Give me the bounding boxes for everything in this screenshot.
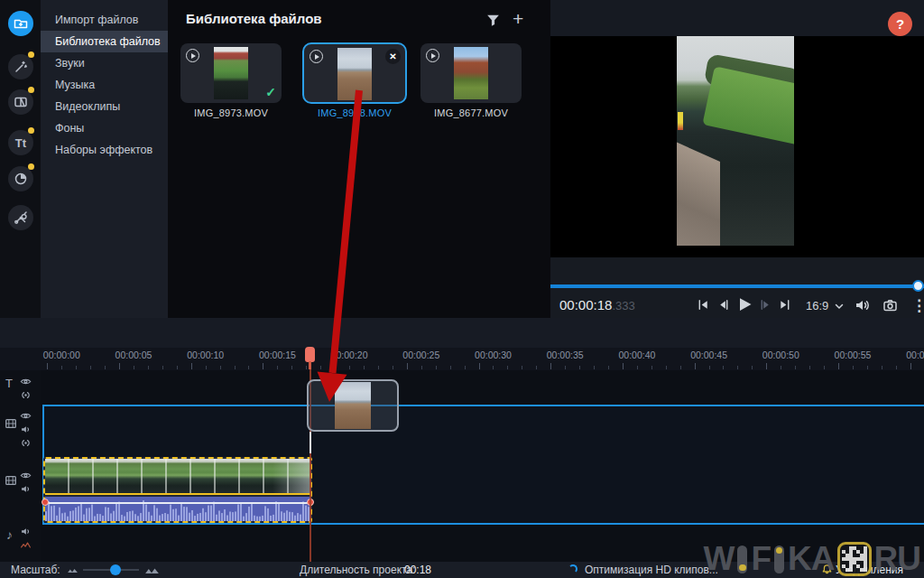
timeline-toolbar: ↶ ↷ ✂ ◑ ⚑ Сохранить bbox=[0, 318, 924, 348]
volume-keyframe-line[interactable] bbox=[45, 502, 310, 504]
mute-track-icon[interactable] bbox=[20, 526, 32, 537]
ruler-label: 00:00:40 bbox=[618, 350, 655, 360]
library-title: Библиотека файлов bbox=[186, 11, 322, 26]
seek-bar[interactable] bbox=[550, 284, 924, 288]
ruler-tick bbox=[680, 366, 681, 369]
ruler-label: 00:00:15 bbox=[259, 350, 296, 360]
library-menu: Импорт файлов Библиотека файлов Звуки Му… bbox=[41, 0, 168, 318]
library-file-card-selected[interactable]: ✕ bbox=[302, 42, 407, 104]
ruler-tick bbox=[479, 363, 480, 369]
more-options-icon[interactable]: ⋮ bbox=[911, 296, 924, 315]
seek-knob[interactable] bbox=[912, 280, 924, 292]
play-preview-icon[interactable] bbox=[426, 49, 439, 62]
ruler-tick bbox=[565, 366, 566, 369]
sidebar-item-filters[interactable] bbox=[8, 54, 33, 79]
mute-track-icon[interactable] bbox=[20, 483, 32, 495]
snapshot-camera-icon[interactable] bbox=[882, 298, 898, 312]
ruler-tick bbox=[695, 363, 696, 369]
skip-start-button[interactable] bbox=[697, 298, 710, 312]
previous-frame-button[interactable] bbox=[716, 298, 730, 312]
timeline-ruler[interactable]: 00:00:0000:00:0500:00:1000:00:1500:00:20… bbox=[0, 348, 924, 370]
wifika-watermark: W F KA RU bbox=[704, 542, 920, 576]
ruler-tick bbox=[465, 366, 466, 369]
preview-panel: ? 00:00:18.333 16:9 ⋮ bbox=[550, 0, 924, 318]
zoom-in-mountains-icon[interactable] bbox=[144, 564, 160, 574]
ruler-tick bbox=[76, 366, 77, 369]
file-name: IMG_8677.MOV bbox=[408, 107, 534, 118]
sidebar-item-stickers[interactable] bbox=[8, 166, 33, 191]
eye-icon[interactable] bbox=[20, 376, 32, 387]
menu-item-music[interactable]: Музыка bbox=[41, 74, 168, 96]
ruler-label: 00:00:55 bbox=[835, 350, 872, 360]
skip-end-button[interactable] bbox=[778, 298, 791, 312]
aspect-ratio-dropdown[interactable]: 16:9 bbox=[806, 299, 828, 312]
ruler-tick bbox=[148, 366, 149, 369]
dragged-clip-ghost[interactable] bbox=[307, 379, 399, 432]
ruler-tick bbox=[781, 366, 781, 369]
sidebar-item-import[interactable] bbox=[8, 11, 33, 36]
tools-icon bbox=[14, 210, 28, 225]
sidebar-item-transitions[interactable] bbox=[8, 89, 33, 115]
dragged-clip-thumbnail bbox=[335, 382, 371, 429]
mute-track-icon[interactable] bbox=[20, 424, 32, 435]
eye-icon[interactable] bbox=[20, 470, 32, 481]
menu-item-file-library[interactable]: Библиотека файлов bbox=[41, 31, 168, 52]
ruler-label: 00:00:25 bbox=[402, 350, 439, 360]
ruler-tick bbox=[853, 366, 854, 369]
sidebar: Tt bbox=[0, 0, 41, 318]
ruler-tick bbox=[795, 366, 796, 369]
ruler-label: 00:00:35 bbox=[547, 350, 584, 360]
new-badge bbox=[28, 87, 34, 93]
zoom-slider-knob[interactable] bbox=[110, 564, 121, 575]
ruler-tick bbox=[608, 366, 609, 369]
zoom-label: Масштаб: bbox=[11, 564, 60, 576]
question-icon: ? bbox=[896, 16, 904, 32]
play-preview-icon[interactable] bbox=[310, 50, 323, 63]
watermark-i-glyph bbox=[737, 545, 747, 573]
watermark-qr-code bbox=[837, 542, 872, 576]
library-file-card[interactable]: ✓ bbox=[180, 43, 282, 103]
movavi-video-editor-window: Tt Импорт файлов Библиотека файлов Звуки… bbox=[0, 0, 924, 578]
zoom-out-mountains-icon[interactable] bbox=[67, 565, 79, 573]
ruler-tick bbox=[320, 366, 321, 369]
add-files-icon[interactable]: + bbox=[513, 8, 523, 30]
ruler-label: 00:01:00 bbox=[906, 350, 924, 360]
preview-video-area bbox=[550, 36, 924, 257]
filter-icon[interactable] bbox=[485, 13, 501, 28]
help-button[interactable]: ? bbox=[888, 12, 912, 36]
play-preview-icon[interactable] bbox=[186, 49, 199, 62]
ruler-label: 00:00:20 bbox=[331, 350, 368, 360]
remove-file-icon[interactable]: ✕ bbox=[385, 49, 401, 64]
chevron-down-icon[interactable] bbox=[835, 303, 844, 311]
ruler-tick bbox=[910, 363, 911, 369]
play-button[interactable] bbox=[735, 295, 753, 313]
added-check-icon: ✓ bbox=[265, 85, 276, 99]
ruler-tick bbox=[522, 366, 522, 369]
audio-levels-icon[interactable] bbox=[20, 539, 32, 551]
next-frame-button[interactable] bbox=[759, 298, 772, 312]
menu-item-import[interactable]: Импорт файлов bbox=[41, 9, 168, 31]
ruler-tick bbox=[306, 366, 307, 369]
sidebar-item-tools[interactable] bbox=[8, 205, 33, 230]
ruler-tick bbox=[579, 366, 580, 369]
link-track-icon[interactable] bbox=[20, 437, 32, 449]
eye-icon[interactable] bbox=[20, 410, 32, 422]
library-file-card[interactable] bbox=[420, 43, 522, 103]
playhead-marker[interactable] bbox=[305, 347, 315, 362]
menu-item-sounds[interactable]: Звуки bbox=[41, 52, 168, 74]
video-track-icon bbox=[5, 474, 17, 487]
sidebar-item-titles[interactable]: Tt bbox=[8, 130, 33, 155]
menu-item-effect-sets[interactable]: Наборы эффектов bbox=[41, 139, 168, 161]
volume-icon[interactable] bbox=[855, 298, 870, 312]
ruler-tick bbox=[364, 366, 365, 369]
menu-item-videoclips[interactable]: Видеоклипы bbox=[41, 96, 168, 117]
magic-wand-icon bbox=[14, 60, 28, 74]
ruler-label: 00:00:00 bbox=[43, 350, 80, 360]
ruler-tick bbox=[867, 366, 868, 369]
clip-audio-waveform bbox=[45, 497, 310, 521]
ruler-tick bbox=[162, 366, 163, 369]
volume-keyframe-dot[interactable] bbox=[42, 499, 49, 506]
timeline-clip-selected[interactable] bbox=[43, 457, 312, 523]
menu-item-backgrounds[interactable]: Фоны bbox=[41, 117, 168, 139]
link-track-icon[interactable] bbox=[20, 389, 32, 401]
